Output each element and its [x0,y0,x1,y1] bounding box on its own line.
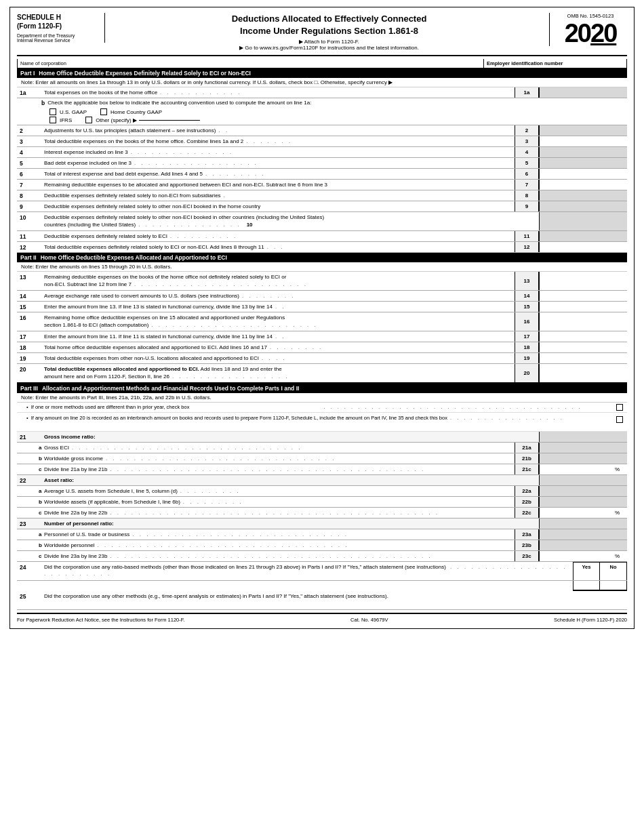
line-8-desc: Deductible expenses definitely related s… [41,190,515,201]
line-21a-input[interactable] [539,443,627,453]
line-24-no-box[interactable] [600,581,627,590]
part3-header: Part III Allocation and Apportionment Me… [17,384,627,393]
line-22c-desc: Divide line 22a by line 22b . . . . . . … [41,508,515,518]
tax-year: 2020 [554,20,627,46]
line-22-label: Asset ratio: [41,475,539,485]
line-1b-sub: b [41,100,45,106]
line-22c-input[interactable] [539,508,613,518]
line-8-input[interactable] [539,190,627,201]
line-24: 24 Did the corporation use any ratio-bas… [17,562,627,581]
ifrs-checkbox[interactable] [49,117,56,123]
homecountry-checkbox[interactable] [100,108,107,115]
dept-info: Department of the Treasury Internal Reve… [17,33,100,43]
line-24-no-label: No [600,562,627,580]
line-18-input[interactable] [539,342,627,352]
line-14-input[interactable] [539,291,627,301]
form-main-title: Deductions Allocated to Effectively Conn… [109,13,549,37]
line-1b-ifrs-row: IFRS Other (specify) ▶ [49,117,624,123]
line-19-desc: Total deductible expenses from other non… [41,353,515,363]
line-23a-input[interactable] [539,529,627,540]
schedule-title: SCHEDULE H (Form 1120-F) [17,13,100,31]
line-12: 12 Total deductible expenses definitely … [17,242,627,253]
line-9-input[interactable] [539,201,627,211]
line-1a-sub [32,87,41,98]
line-21c-input[interactable] [539,464,613,474]
line-3: 3 Total deductible expenses on the books… [17,136,627,147]
line-7-input[interactable] [539,180,627,190]
line-4: 4 Interest expense included on line 3 . … [17,147,627,158]
bullet2-checkbox[interactable] [616,416,623,423]
usgaap-checkbox[interactable] [49,108,56,115]
line-2-input[interactable] [539,125,627,136]
line-16: 16 Remaining home office deductible expe… [17,312,627,331]
line-15: 15 Enter the amount from line 13. If lin… [17,302,627,312]
line-1b-checkboxes: U.S. GAAP Home Country GAAP [49,108,624,115]
line-19-input[interactable] [539,353,627,363]
line-10: 10 Deductible expenses definitely relate… [17,212,627,231]
line-23b-input[interactable] [539,540,627,550]
line-1a-input[interactable] [539,87,627,98]
line-21b: b Worldwide gross income . . . . . . . .… [17,453,627,464]
line-18-desc: Total home office deductible expenses al… [41,342,515,352]
part3-note: Note: Enter the amounts in Part III, lin… [17,393,627,403]
line-23c-pct: % [613,551,627,561]
line-12-input[interactable] [539,242,627,252]
other-checkbox[interactable] [85,117,92,123]
line-24-yes-box[interactable] [573,581,600,590]
form-footer: For Paperwork Reduction Act Notice, see … [17,613,627,623]
line-22a: a Average U.S. assets from Schedule I, l… [17,486,627,497]
line-22b-desc: Worldwide assets (if applicable, from Sc… [41,497,515,507]
line-1b-desc: Check the applicable box below to indica… [47,100,311,106]
line-6: 6 Total of interest expense and bad debt… [17,169,627,180]
line-16-input[interactable] [539,312,627,331]
line-21c-pct: % [613,464,627,474]
line-21c-desc: Divide line 21a by line 21b . . . . . . … [41,464,515,474]
line-17-desc: Enter the amount from line 11. If line 1… [41,331,515,342]
line-4-input[interactable] [539,147,627,157]
line-21a-desc: Gross ECI . . . . . . . . . . . . . . . … [41,443,515,453]
line-23b-desc: Worldwide personnel . . . . . . . . . . … [41,540,515,550]
line-20-desc: Total deductible expenses allocated and … [41,364,515,382]
line-10-input[interactable] [539,212,627,230]
line-1b: b Check the applicable box below to indi… [17,98,627,125]
line-17-input[interactable] [539,331,627,342]
line-18: 18 Total home office deductible expenses… [17,342,627,353]
line-24-yes-label: Yes [573,562,600,580]
line-14-desc: Average exchange rate used to convert am… [41,291,515,301]
line-23-header: 23 Number of personnel ratio: [17,519,627,529]
line-11-desc: Deductible expenses definitely related s… [41,231,515,241]
line-22c: c Divide line 22a by line 22b . . . . . … [17,508,627,519]
line-1a-num: 1a [17,87,32,98]
line-22a-input[interactable] [539,486,627,496]
line-4-desc: Interest expense included on line 3 . . … [41,147,515,157]
line-23-label: Number of personnel ratio: [41,519,539,529]
line-20: 20 Total deductible expenses allocated a… [17,364,627,384]
line-5-input[interactable] [539,158,627,168]
line-21-header: 21 Gross income ratio: [17,432,627,443]
line-21a: a Gross ECI . . . . . . . . . . . . . . … [17,443,627,453]
line-3-input[interactable] [539,136,627,146]
line-13: 13 Remaining deductible expenses on the … [17,272,627,291]
line-11-input[interactable] [539,231,627,241]
line-6-input[interactable] [539,169,627,179]
line-22a-desc: Average U.S. assets from Schedule I, lin… [41,486,515,496]
part2-note: Note: Enter the amounts on lines 15 thro… [17,262,627,272]
line-23b: b Worldwide personnel . . . . . . . . . … [17,540,627,551]
part1-note: Note: Enter all amounts on lines 1a thro… [17,78,627,87]
line-21b-input[interactable] [539,453,627,464]
line-13-input[interactable] [539,272,627,290]
line-25: 25 Did the corporation use any other met… [17,591,627,610]
omb-number: OMB No. 1545-0123 [554,13,627,19]
line-20-input[interactable] [539,364,627,382]
line-22b-input[interactable] [539,497,627,507]
bullet1-checkbox[interactable] [616,404,623,411]
line-1a-desc: Total expenses on the books of the home … [41,87,515,98]
line-22b: b Worldwide assets (if applicable, from … [17,497,627,508]
line-2: 2 Adjustments for U.S. tax principles (a… [17,125,627,136]
line-14: 14 Average exchange rate used to convert… [17,291,627,302]
part1-header: Part I Home Office Deductible Expenses D… [17,68,627,78]
line-15-input[interactable] [539,302,627,312]
line-23c-input[interactable] [539,551,613,561]
line-5-desc: Bad debt expense included on line 3 . . … [41,158,515,168]
line-19: 19 Total deductible expenses from other … [17,353,627,364]
